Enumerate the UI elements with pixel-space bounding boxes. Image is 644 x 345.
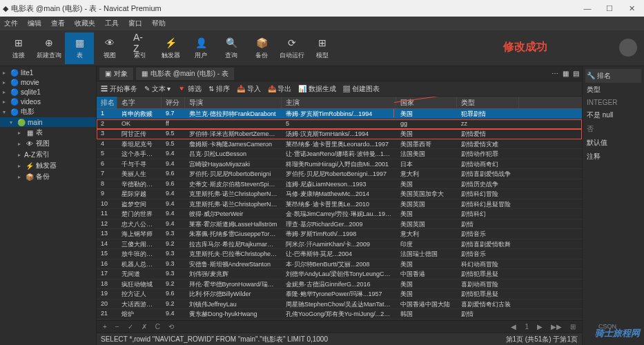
cell[interactable]: 剧情音乐 — [457, 229, 519, 239]
tree-sqlite1[interactable]: ▸🔵sqlite1 — [0, 87, 96, 97]
cell[interactable]: 9.2 — [162, 279, 185, 289]
toolbar-新建查询[interactable]: ⊕新建查询 — [35, 32, 64, 64]
toolbar-索引[interactable]: A-Z索引 — [126, 32, 155, 64]
cell[interactable]: 20 — [97, 299, 117, 309]
cell[interactable]: 莱塞·霍尔斯道姆LasseHallström — [185, 219, 282, 229]
subtool-item[interactable]: ⇅ 排序 — [208, 84, 230, 94]
cell[interactable]: 9.3 — [162, 259, 185, 269]
toolbar-表[interactable]: ▦表 — [65, 32, 94, 64]
cell[interactable]: 莱昂纳多·迪卡普里奥Leonardo...1997 — [282, 139, 396, 149]
cell[interactable]: 克里斯托弗·诺兰ChristopherNolan — [185, 199, 282, 209]
cell[interactable]: 美国 — [396, 179, 457, 189]
tree-索引[interactable]: ▸A-Z索引 — [0, 149, 96, 160]
cell[interactable]: 机器人总动员 — [117, 259, 162, 269]
nav-btn[interactable]: C — [153, 323, 162, 331]
cell[interactable]: 疯狂动物城 — [117, 279, 162, 289]
cell[interactable]: 史蒂文·斯皮尔伯格StevenSpielberg — [185, 179, 282, 189]
cell[interactable]: 海上钢琴师 — [117, 229, 162, 239]
cell[interactable]: 弗兰克·德拉邦特FrankDarabont — [185, 109, 282, 119]
toolbar-自动运行[interactable]: ⟳自动运行 — [277, 32, 306, 64]
cell[interactable]: 美国 — [396, 129, 457, 139]
cell[interactable]: 美国 — [396, 319, 457, 321]
cell[interactable]: ff — [162, 119, 185, 129]
cell[interactable]: 剧情历史战争 — [457, 179, 519, 189]
cell[interactable]: 美国 — [396, 109, 457, 119]
table-row[interactable]: 8辛德勒的名单9.6史蒂文·斯皮尔伯格StevenSpielberg连姆·尼森L… — [97, 179, 582, 190]
table-row[interactable]: 1肖申的救赎9.7弗兰克·德拉邦特FrankDarabont蒂姆·罗宾斯TimR… — [97, 109, 582, 119]
table-row[interactable]: 18疯狂动物城9.2拜伦·霍华德ByronHoward/瑞奇·摩尔Richt金妮… — [97, 279, 582, 290]
cell[interactable]: 9.7 — [162, 109, 185, 119]
cell[interactable]: 周星驰StephenChow/吴孟达ManTatNg...1995 — [282, 299, 396, 309]
cell[interactable]: 中国香港中国大陆 — [396, 299, 457, 309]
cell[interactable]: 17 — [97, 269, 117, 279]
tree-备份[interactable]: ▸📦备份 — [0, 171, 96, 182]
cell[interactable]: 忠犬八公的故事 — [117, 219, 162, 229]
cell[interactable]: 9.4 — [162, 189, 185, 199]
cell[interactable]: 科幻动画冒险 — [457, 259, 519, 269]
nav-page[interactable]: ▶▶ — [549, 323, 564, 331]
cell[interactable]: 美丽人生 — [117, 169, 162, 179]
table-row[interactable]: 20大话西游之大圣娶亲9.2刘镇伟JeffreyLau周星驰StephenCho… — [97, 299, 582, 310]
cell[interactable]: 9.2 — [162, 239, 185, 249]
cell[interactable]: 美国 — [396, 259, 457, 269]
table-row[interactable]: 21熔炉9.4黄东赫Dong-hyukHwang孔侑YooGong/郑有美Yu-… — [97, 309, 582, 319]
tree-movie[interactable]: ▸🔵movie — [0, 77, 96, 87]
table-row[interactable]: 3阿甘正传9.5罗伯特·泽米吉斯RobertZemeckis汤姆·汉克斯TomH… — [97, 129, 582, 139]
cell[interactable]: 拜伦·霍华德ByronHoward/瑞奇·摩尔Richt — [185, 279, 282, 289]
cell[interactable]: 11 — [97, 209, 117, 219]
subtool-item[interactable]: 📤 导出 — [268, 84, 292, 94]
cell[interactable]: 泰坦尼克号 — [117, 139, 162, 149]
cell[interactable]: 13 — [97, 229, 117, 239]
cell[interactable]: 9.3 — [162, 229, 185, 239]
cell[interactable]: 美国英国加拿大 — [396, 189, 457, 199]
cell[interactable]: 刘镇伟JeffreyLau — [185, 299, 282, 309]
cell[interactable]: OK — [117, 119, 162, 129]
cell[interactable]: 9.3 — [162, 249, 185, 259]
cell[interactable]: 9.5 — [162, 139, 185, 149]
tab-panel-icon[interactable]: ▤ — [573, 70, 579, 77]
minimize-button[interactable]: — — [578, 2, 597, 14]
cell[interactable]: 朱塞佩·托纳多雷GiuseppeTornatore — [185, 229, 282, 239]
maximize-button[interactable]: ☐ — [600, 2, 619, 14]
cell[interactable]: 剧情音乐 — [457, 249, 519, 259]
tree-电影[interactable]: ▾🔵电影 — [0, 106, 96, 117]
tree-视图[interactable]: ▸👁视图 — [0, 138, 96, 149]
cell[interactable]: 美国 — [396, 209, 457, 219]
cell[interactable]: 7 — [97, 169, 117, 179]
cell[interactable]: 剧情科幻 — [457, 209, 519, 219]
cell[interactable]: 马修·麦康纳MatthewMc...2014 — [282, 189, 396, 199]
cell[interactable]: 詹姆斯·卡梅隆JamesCameron — [185, 139, 282, 149]
menu-工具[interactable]: 工具 — [105, 19, 119, 28]
cell[interactable]: 罗伯特·泽米吉斯RobertZemeckis — [185, 129, 282, 139]
table-row[interactable]: 4泰坦尼克号9.5詹姆斯·卡梅隆JamesCameron莱昂纳多·迪卡普里奥Le… — [97, 139, 582, 150]
tree-videos[interactable]: ▸🔵videos — [0, 97, 96, 106]
cell[interactable]: 美国英国 — [396, 199, 457, 209]
cell[interactable]: 5 — [97, 149, 117, 159]
cell[interactable]: 楚门的世界 — [117, 209, 162, 219]
cell[interactable]: 美国英国 — [396, 219, 457, 229]
cell[interactable]: 教父 — [117, 319, 162, 321]
cell[interactable]: zz — [457, 119, 519, 129]
cell[interactable]: 比利·怀尔德BillyWilder — [185, 289, 282, 299]
cell[interactable]: 中国香港 — [396, 269, 457, 279]
cell[interactable]: 意大利 — [396, 169, 457, 179]
cell[interactable]: 剧情犯罪悬疑 — [457, 289, 519, 299]
menu-帮助[interactable]: 帮助 — [152, 19, 166, 28]
toolbar-用户[interactable]: 👤用户 — [186, 32, 215, 64]
cell[interactable]: 9.6 — [162, 169, 185, 179]
table-row[interactable]: 14三傻大闹宝莱坞9.2拉吉库马尔·希拉尼RajkumarHirani阿米尔·汗… — [97, 239, 582, 250]
cell[interactable]: 本·贝尔特BenBurtt/艾丽...2008 — [282, 259, 396, 269]
cell[interactable]: 韩国 — [396, 309, 457, 319]
cell[interactable]: 星际穿越 — [117, 189, 162, 199]
cell[interactable]: 9.2 — [162, 299, 185, 309]
col-名字[interactable]: 名字 — [117, 97, 162, 108]
cell[interactable]: 剧情科幻冒险 — [457, 189, 519, 199]
cell[interactable]: 黄东赫Dong-hyukHwang — [185, 309, 282, 319]
table-row[interactable]: 7美丽人生9.6罗伯托·贝尼尼RobertoBenigni罗伯托·贝尼尼Robe… — [97, 169, 582, 179]
cell[interactable]: 蒂姆·罗宾斯TimRobbins/...1994 — [282, 109, 396, 119]
cell[interactable]: 9.6 — [162, 179, 185, 189]
cell[interactable]: 意大利 — [396, 229, 457, 239]
cell[interactable]: 罗伯托·贝尼尼RobertoBenigni — [185, 169, 282, 179]
cell[interactable]: 美国墨西哥 — [396, 139, 457, 149]
cell[interactable]: 9.4 — [162, 209, 185, 219]
